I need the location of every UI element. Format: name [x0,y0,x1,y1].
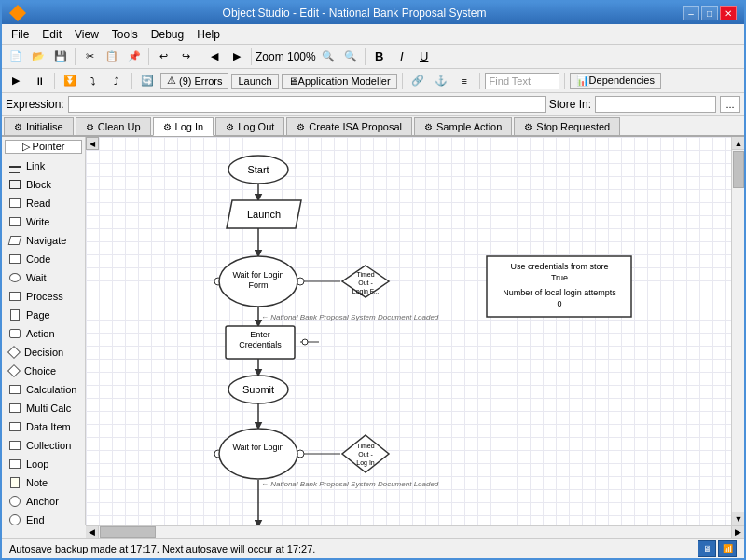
forward-button[interactable]: ▶ [227,47,247,67]
tool-decision[interactable]: Decision [2,343,85,362]
step-in-button[interactable]: ⏬ [60,71,80,91]
expression-input[interactable] [68,96,546,113]
scroll-right[interactable]: ▶ [731,526,744,539]
zoom-in-button[interactable]: 🔍 [318,47,338,67]
store-in-input[interactable] [595,96,716,113]
copy-button[interactable]: 📋 [102,47,122,67]
app-icon [9,5,26,21]
menu-view[interactable]: View [69,26,104,43]
svg-text:Form: Form [249,280,269,290]
dependencies-button[interactable]: 📊Dependencies [570,73,661,89]
menu-tools[interactable]: Tools [106,26,144,43]
tool-read[interactable]: Read [2,194,85,212]
align-button[interactable]: ≡ [454,71,475,91]
pointer-tool[interactable]: ▷ Pointer [5,140,82,154]
decision-icon [7,346,21,359]
tool-navigate[interactable]: Navigate [2,231,85,250]
tab-icon-cleanup: ⚙ [86,122,94,132]
paste-button[interactable]: 📌 [124,47,145,67]
underline-button[interactable]: U [414,47,435,67]
sep4 [251,48,252,65]
tool-action[interactable]: Action [2,324,85,343]
expression-label: Expression: [6,98,64,111]
tool-note[interactable]: Note [2,473,85,492]
new-button[interactable]: 📄 [6,47,26,67]
canvas-scroll[interactable]: ← National Bank Proposal System Document… [86,137,744,525]
appmod-button[interactable]: 🖥Application Modeller [282,74,397,89]
zoom-out-button[interactable]: 🔍 [340,47,361,67]
store-in-browse[interactable]: ... [720,96,740,113]
tab-login[interactable]: ⚙ Log In [153,117,214,136]
choice-icon [7,364,21,377]
tool-calculation[interactable]: Calculation [2,380,85,399]
svg-text:Login F...: Login F... [352,288,379,295]
tab-cleanup[interactable]: ⚙ Clean Up [76,117,151,135]
tool-code[interactable]: Code [2,250,85,268]
action-icon [7,327,22,340]
tool-dataitem[interactable]: Data Item [2,417,85,436]
expression-bar: Expression: Store In: ... [2,93,744,116]
tab-stop[interactable]: ⚙ Stop Requested [514,117,620,135]
refresh-button[interactable]: 🔄 [137,71,158,91]
step-out-button[interactable]: ⤴ [106,71,127,91]
tab-logout[interactable]: ⚙ Log Out [215,117,284,135]
find-text-input[interactable]: Find Text [485,73,560,89]
tab-initialise[interactable]: ⚙ Initialise [4,117,74,135]
errors-button[interactable]: ⚠(9) Errors [160,73,228,89]
tool-anchor[interactable]: Anchor [2,492,85,511]
svg-text:Timed: Timed [356,271,374,278]
back-button[interactable]: ◀ [204,47,225,67]
tool-choice[interactable]: Choice [2,362,85,380]
svg-text:Enter: Enter [250,330,270,339]
tool-collection[interactable]: Collection [2,436,85,455]
minimize-button[interactable]: – [683,6,699,20]
bold-button[interactable]: B [369,47,390,67]
menu-debug[interactable]: Debug [145,26,189,43]
tool-block[interactable]: Block [2,175,85,194]
tool-multicalc[interactable]: Multi Calc [2,399,85,417]
tab-sample-action[interactable]: ⚙ Sample Action [414,117,512,135]
step-over-button[interactable]: ⤵ [83,71,104,91]
cut-button[interactable]: ✂ [79,47,100,67]
svg-text:Timed: Timed [356,443,374,449]
undo-button[interactable]: ↩ [153,47,173,67]
italic-button[interactable]: I [392,47,412,67]
collapse-button[interactable]: ◀ [86,137,99,150]
link-button[interactable]: 🔗 [408,71,428,91]
pause-button[interactable]: ⏸ [29,71,49,91]
window-title: Object Studio - Edit - National Bank Pro… [26,7,683,20]
tool-process[interactable]: Process [2,287,85,306]
status-icon-2[interactable]: 📶 [718,540,737,557]
h-scroll-thumb[interactable] [100,526,156,538]
write-icon [7,215,22,228]
tool-wait[interactable]: Wait [2,268,85,287]
sep1 [75,48,76,65]
close-button[interactable]: ✕ [720,6,737,20]
menu-file[interactable]: File [6,26,35,43]
save-button[interactable]: 💾 [50,47,71,67]
scroll-thumb[interactable] [733,151,744,188]
scroll-left[interactable]: ◀ [86,526,99,539]
h-scrollbar[interactable]: ◀ ▶ [86,525,744,538]
maximize-button[interactable]: □ [701,6,718,20]
menu-bar: File Edit View Tools Debug Help [2,24,744,45]
tool-page[interactable]: Page [2,306,85,324]
tab-create-isa[interactable]: ⚙ Create ISA Proposal [286,117,412,135]
launch-button[interactable]: Launch [231,74,278,89]
run-button[interactable]: ▶ [6,71,26,91]
tool-loop[interactable]: Loop [2,455,85,473]
anchor-button[interactable]: ⚓ [431,71,451,91]
scroll-up[interactable]: ▲ [732,137,744,150]
scroll-down[interactable]: ▼ [732,512,744,525]
collection-icon [7,439,22,452]
menu-help[interactable]: Help [191,26,226,43]
window-controls: – □ ✕ [683,6,737,20]
menu-edit[interactable]: Edit [36,26,67,43]
open-button[interactable]: 📂 [28,47,48,67]
tool-end[interactable]: End [2,511,85,525]
status-icon-1[interactable]: 🖥 [698,540,716,557]
tool-write[interactable]: Write [2,212,85,231]
redo-button[interactable]: ↪ [175,47,196,67]
v-scrollbar[interactable]: ▲ ▼ [731,137,744,525]
tool-link[interactable]: — Link [2,157,85,175]
